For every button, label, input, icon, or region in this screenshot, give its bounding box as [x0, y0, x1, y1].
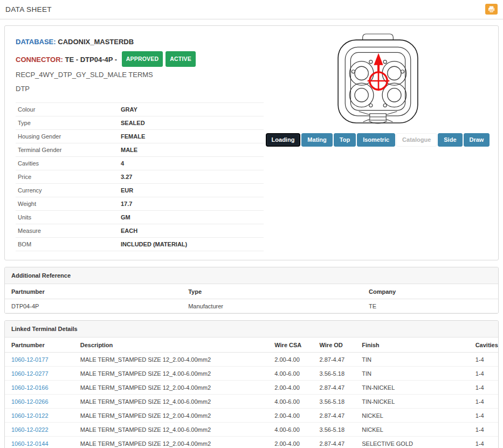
- linked-terminals-header-row: PartnumberDescriptionWire CSAWire ODFini…: [5, 337, 498, 353]
- view-button-draw[interactable]: Draw: [464, 133, 490, 147]
- property-value: 17.7: [119, 197, 264, 211]
- table-cell: MALE TERM_STAMPED SIZE 12_2.00-4.00mm2: [76, 353, 271, 367]
- view-button-mating[interactable]: Mating: [301, 133, 332, 147]
- database-value: CADONIX_MASTERDB: [58, 38, 134, 46]
- partnumber-cell: 1060-12-0166: [5, 381, 76, 395]
- table-cell: MALE TERM_STAMPED SIZE 12_4.00-6.00mm2: [76, 395, 271, 409]
- property-label: Units: [16, 211, 119, 224]
- table-cell: Manufacturer: [184, 299, 364, 313]
- status-badge-approved: APPROVED: [122, 51, 163, 67]
- partnumber-link[interactable]: 1060-12-0277: [11, 370, 49, 377]
- connector-label: CONNECTOR:: [16, 56, 63, 64]
- property-row: TypeSEALED: [16, 116, 264, 130]
- table-cell: TIN: [357, 353, 471, 367]
- column-header: Partnumber: [5, 337, 76, 353]
- table-cell: 2.00-4.00: [270, 437, 315, 448]
- column-header: Cavities: [471, 337, 498, 353]
- table-row: 1060-12-0144MALE TERM_STAMPED SIZE 12_2.…: [5, 437, 498, 448]
- view-button-top[interactable]: Top: [334, 133, 356, 147]
- table-cell: NICKEL: [357, 409, 471, 423]
- table-row: 1060-12-0166MALE TERM_STAMPED SIZE 12_2.…: [5, 381, 498, 395]
- table-cell: 2.87-4.47: [315, 437, 358, 448]
- linked-terminals-title: Linked Terminal Details: [5, 321, 498, 337]
- overview-panel: DATABASE: CADONIX_MASTERDB CONNECTOR: TE…: [4, 25, 499, 260]
- print-button[interactable]: [485, 4, 498, 15]
- linked-terminals-panel: Linked Terminal Details PartnumberDescri…: [4, 320, 499, 448]
- table-cell: MALE TERM_STAMPED SIZE 12_2.00-4.00mm2: [76, 437, 271, 448]
- additional-reference-title: Additional Reference: [5, 267, 498, 284]
- partnumber-cell: 1060-12-0266: [5, 395, 76, 409]
- table-row: 1060-12-0177MALE TERM_STAMPED SIZE 12_2.…: [5, 353, 498, 367]
- partnumber-link[interactable]: 1060-12-0222: [11, 426, 49, 433]
- table-row: 1060-12-0222MALE TERM_STAMPED SIZE 12_4.…: [5, 423, 498, 437]
- property-label: BOM: [16, 238, 119, 251]
- status-badge-active: ACTIVE: [166, 51, 196, 67]
- property-label: Terminal Gender: [16, 143, 119, 157]
- property-value: GRAY: [119, 103, 264, 116]
- connector-drawing: [337, 33, 419, 126]
- property-value: 4: [119, 157, 264, 170]
- database-line: DATABASE: CADONIX_MASTERDB: [16, 36, 259, 48]
- table-cell: 3.56-5.18: [315, 367, 358, 381]
- property-label: Type: [16, 116, 119, 130]
- view-button-side[interactable]: Side: [438, 133, 462, 147]
- table-cell: 3.56-5.18: [315, 395, 358, 409]
- table-cell: 2.00-4.00: [270, 381, 315, 395]
- additional-reference-table: PartnumberTypeCompany DTP04-4PManufactur…: [5, 284, 498, 313]
- property-value: MALE: [119, 143, 264, 157]
- property-value: INCLUDED (MATERIAL): [119, 238, 264, 251]
- page-title: DATA SHEET: [5, 5, 52, 13]
- property-value: SEALED: [119, 116, 264, 130]
- table-cell: 2.87-4.47: [315, 409, 358, 423]
- property-row: Weight17.7: [16, 197, 264, 211]
- linked-terminals-body: 1060-12-0177MALE TERM_STAMPED SIZE 12_2.…: [5, 353, 498, 448]
- table-cell: 2.87-4.47: [315, 353, 358, 367]
- table-cell: SELECTIVE GOLD: [357, 437, 471, 448]
- column-header: Company: [364, 284, 498, 299]
- properties-table: ColourGRAYTypeSEALEDHousing GenderFEMALE…: [16, 102, 264, 251]
- partnumber-link[interactable]: 1060-12-0266: [11, 398, 49, 405]
- table-cell: TIN: [357, 367, 471, 381]
- table-cell: 1-4: [471, 395, 498, 409]
- connector-value: TE - DTP04-4P -: [65, 56, 118, 64]
- partnumber-link[interactable]: 1060-12-0144: [11, 440, 49, 447]
- property-row: Housing GenderFEMALE: [16, 130, 264, 143]
- table-cell: 2.87-4.47: [315, 381, 358, 395]
- table-cell: NICKEL: [357, 423, 471, 437]
- property-label: Housing Gender: [16, 130, 119, 143]
- view-button-catalogue[interactable]: Catalogue: [396, 133, 437, 147]
- partnumber-cell: 1060-12-0144: [5, 437, 76, 448]
- table-row: 1060-12-0266MALE TERM_STAMPED SIZE 12_4.…: [5, 395, 498, 409]
- property-row: MeasureEACH: [16, 224, 264, 238]
- partnumber-link[interactable]: 1060-12-0166: [11, 384, 49, 391]
- column-header: Finish: [357, 337, 471, 353]
- table-cell: 1-4: [471, 409, 498, 423]
- partnumber-link[interactable]: 1060-12-0177: [11, 356, 49, 363]
- property-label: Weight: [16, 197, 119, 211]
- table-row: 1060-12-0277MALE TERM_STAMPED SIZE 12_4.…: [5, 367, 498, 381]
- view-button-isometric[interactable]: Isometric: [357, 133, 395, 147]
- view-buttons-group: LoadingMatingTopIsometricCatalogueSideDr…: [266, 133, 490, 147]
- table-cell: MALE TERM_STAMPED SIZE 12_2.00-4.00mm2: [76, 381, 271, 395]
- table-cell: 2.00-4.00: [270, 409, 315, 423]
- property-label: Colour: [16, 103, 119, 116]
- property-value: EUR: [119, 184, 264, 197]
- property-row: CurrencyEUR: [16, 184, 264, 197]
- table-cell: TIN-NICKEL: [357, 395, 471, 409]
- property-row: BOMINCLUDED (MATERIAL): [16, 238, 264, 251]
- property-value: FEMALE: [119, 130, 264, 143]
- property-label: Price: [16, 170, 119, 184]
- property-value: EACH: [119, 224, 264, 238]
- table-row: 1060-12-0122MALE TERM_STAMPED SIZE 12_2.…: [5, 409, 498, 423]
- partnumber-cell: 1060-12-0222: [5, 423, 76, 437]
- table-cell: 2.00-4.00: [270, 353, 315, 367]
- connector-line: CONNECTOR: TE - DTP04-4P - APPROVEDACTIV…: [16, 51, 259, 67]
- column-header: Wire CSA: [270, 337, 315, 353]
- column-header: Description: [76, 337, 271, 353]
- view-button-loading[interactable]: Loading: [266, 133, 301, 147]
- table-cell: 4.00-6.00: [270, 423, 315, 437]
- partnumber-link[interactable]: 1060-12-0122: [11, 412, 49, 419]
- table-cell: MALE TERM_STAMPED SIZE 12_4.00-6.00mm2: [76, 423, 271, 437]
- property-row: Cavities4: [16, 157, 264, 170]
- table-cell: 1-4: [471, 367, 498, 381]
